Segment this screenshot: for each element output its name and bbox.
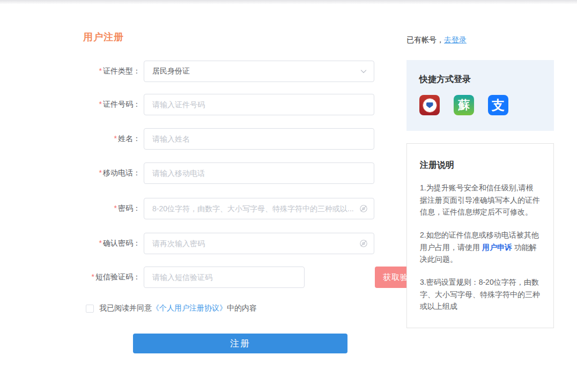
field-label: *证件类型： [79,66,140,76]
form-row-name: *姓名： [79,128,374,150]
field-label: *密码： [79,204,140,213]
form-row-sms-code: *短信验证码： [79,267,305,288]
su-service-app-icon[interactable]: 蘇 [454,95,474,115]
required-mark: * [114,134,117,143]
field-label: *移动电话： [79,168,140,178]
sms-code-input[interactable] [144,267,304,287]
field-label: *证件号码： [79,100,140,109]
registration-notes-title: 注册说明 [420,160,541,171]
registration-note-1: 1.为提升账号安全和信任级别,请根据注册页面引导准确填写本人的证件信息，证件信息… [420,182,541,218]
eye-off-icon[interactable] [359,204,368,213]
login-hint-text: 已有帐号， [406,35,444,44]
register-button[interactable]: 注册 [133,334,347,353]
user-agreement-link[interactable]: 《个人用户注册协议》 [152,304,227,313]
form-row-mobile: *移动电话： [79,162,374,184]
field-label: *确认密码： [79,239,140,248]
form-row-password: *密码： [79,198,374,219]
gov-app-seal [423,98,437,113]
go-login-link[interactable]: 去登录 [444,35,467,44]
confirm-password-input[interactable] [144,233,374,254]
form-row-confirm-password: *确认密码： [79,233,374,254]
field-label: *短信验证码： [79,272,140,282]
id-type-selected-value: 居民身份证 [144,66,190,76]
login-hint: 已有帐号，去登录 [406,35,467,45]
id-type-select[interactable]: 居民身份证 [144,61,374,82]
agreement-row: 我已阅读并同意 《个人用户注册协议》 中的内容 [86,304,257,313]
password-input[interactable] [144,198,374,219]
quick-login-title: 快捷方式登录 [419,74,541,85]
agreement-checkbox[interactable] [86,305,94,313]
required-mark: * [92,272,94,281]
top-edge-shadow [0,0,577,4]
name-input[interactable] [144,129,374,149]
alipay-icon[interactable]: 支 [488,95,508,115]
required-mark: * [99,66,102,75]
agreement-text-suffix: 中的内容 [227,304,257,313]
agreement-text-prefix: 我已阅读并同意 [99,304,152,313]
required-mark: * [99,168,102,177]
registration-notes-panel: 注册说明 1.为提升账号安全和信任级别,请根据注册页面引导准确填写本人的证件信息… [406,143,554,328]
gov-app-icon[interactable] [419,95,440,115]
registration-note-2: 2.如您的证件信息或移动电话被其他用户占用，请使用 用户申诉 功能解决此问题。 [420,229,541,265]
user-appeal-link[interactable]: 用户申诉 [482,243,512,252]
form-row-id-number: *证件号码： [79,94,374,115]
quick-login-panel: 快捷方式登录 蘇 支 [406,60,554,131]
required-mark: * [99,239,102,247]
mobile-phone-input[interactable] [144,163,374,183]
chevron-down-icon[interactable] [359,66,368,76]
eye-off-icon[interactable] [359,239,368,248]
field-label: *姓名： [79,134,140,144]
required-mark: * [99,100,102,108]
page-title: 用户注册 [83,31,124,43]
id-number-input[interactable] [144,94,374,115]
required-mark: * [114,204,117,212]
quick-login-icons: 蘇 支 [419,95,541,115]
registration-note-3: 3.密码设置规则：8-20位字符，由数字、大小写字母、特殊字符中的三种或以上组成 [420,276,541,313]
form-row-id-type: *证件类型： 居民身份证 [79,61,374,82]
